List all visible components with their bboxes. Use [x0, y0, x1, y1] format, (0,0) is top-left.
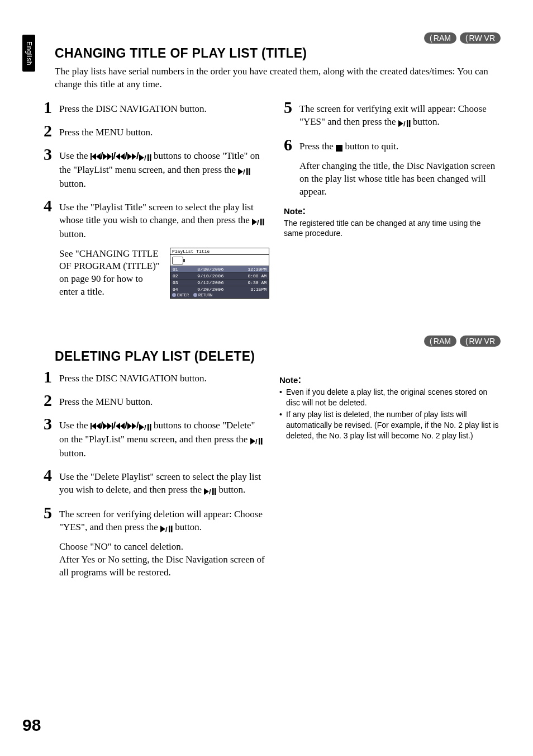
- step-number: 3: [44, 415, 59, 432]
- svg-text:/: /: [257, 219, 259, 225]
- note-item: Even if you delete a play list, the orig…: [279, 387, 501, 408]
- rewind-icon: [116, 423, 125, 429]
- language-tab-label: English: [25, 41, 33, 65]
- step4-text: Use the "Playlist Title" screen to selec…: [59, 197, 269, 241]
- s2-step5-text: The screen for verifying deletion will a…: [59, 504, 265, 579]
- prev-track-icon: [91, 423, 101, 429]
- step-number: 5: [284, 99, 299, 116]
- svg-marker-22: [398, 120, 403, 127]
- note-list: Even if you delete a play list, the orig…: [279, 387, 501, 441]
- s2-step2-text: Press the MENU button.: [59, 392, 265, 409]
- see-reference: See "CHANGING TITLE OF PROGRAM (TITLE)" …: [59, 248, 160, 299]
- ui-footer: ENTER RETURN: [170, 292, 269, 298]
- play-pause-icon: /: [250, 434, 263, 447]
- step-number: 4: [44, 197, 59, 214]
- ffwd-icon: [127, 153, 136, 160]
- svg-rect-24: [407, 120, 408, 127]
- svg-marker-14: [238, 168, 243, 175]
- step6-text: Press the button to quit. After changing…: [299, 136, 501, 199]
- svg-marker-33: [116, 423, 120, 429]
- step-number: 6: [284, 136, 299, 153]
- play-pause-icon: /: [139, 420, 151, 433]
- svg-marker-18: [252, 219, 257, 225]
- svg-marker-4: [107, 153, 112, 160]
- camera-icon: [172, 257, 183, 264]
- svg-marker-8: [127, 153, 132, 160]
- ui-row: 039/12/20069:30 AM: [170, 279, 269, 286]
- play-pause-icon: /: [204, 485, 216, 498]
- svg-marker-10: [139, 154, 144, 161]
- note-item: If any play list is deleted, the number …: [279, 409, 501, 441]
- step2-text: Press the MENU button.: [59, 122, 269, 139]
- svg-rect-27: [91, 423, 92, 429]
- svg-marker-9: [132, 153, 136, 160]
- badge-ram: (RAM: [424, 32, 456, 44]
- note-heading: Note:: [279, 374, 501, 386]
- svg-marker-35: [127, 423, 132, 429]
- step-number: 1: [44, 99, 59, 116]
- svg-text:/: /: [209, 488, 211, 495]
- s2-step1-text: Press the DISC NAVIGATION button.: [59, 368, 265, 385]
- svg-marker-3: [103, 153, 107, 160]
- language-tab: English: [22, 35, 35, 72]
- svg-rect-26: [336, 145, 342, 152]
- step-number: 5: [44, 504, 59, 521]
- next-track-icon: [103, 423, 113, 429]
- svg-marker-30: [103, 423, 107, 429]
- svg-marker-1: [92, 153, 96, 160]
- svg-rect-43: [259, 438, 260, 445]
- svg-marker-6: [116, 153, 120, 160]
- step-number: 4: [44, 467, 59, 484]
- step6-after: After changing the title, the Disc Navig…: [299, 160, 501, 199]
- step3-text: Use the ///// buttons to choose "Title" …: [59, 146, 269, 191]
- svg-rect-0: [91, 153, 92, 160]
- svg-text:/: /: [144, 424, 146, 431]
- play-pause-icon: /: [398, 117, 411, 130]
- svg-text:/: /: [144, 154, 146, 161]
- step1-text: Press the DISC NAVIGATION button.: [59, 99, 269, 116]
- badge-ram: (RAM: [424, 336, 456, 347]
- play-pause-icon: /: [238, 165, 250, 178]
- svg-marker-37: [139, 424, 144, 431]
- svg-rect-16: [246, 168, 248, 175]
- media-badges-mid: (RAM (RW VR: [44, 336, 501, 347]
- playlist-title-screenshot: PlayList Title 018/30/200612:30PM 029/10…: [170, 248, 269, 299]
- ui-row: 049/20/20063:15PM: [170, 286, 269, 292]
- svg-rect-20: [260, 219, 262, 225]
- ui-row: 029/10/20068:00 AM: [170, 272, 269, 279]
- ui-titlebar: PlayList Title: [170, 248, 269, 255]
- page-number: 98: [22, 716, 41, 735]
- note-heading: Note:: [284, 205, 501, 217]
- ffwd-icon: [127, 423, 136, 429]
- svg-rect-5: [112, 153, 113, 160]
- s2-step5-extra1: Choose "NO" to cancel deletion.: [59, 541, 265, 554]
- section2-title: DELETING PLAY LIST (DELETE): [55, 349, 501, 364]
- svg-text:/: /: [403, 120, 406, 127]
- svg-rect-39: [147, 424, 149, 431]
- s2-step3-text: Use the ///// buttons to choose "Delete"…: [59, 415, 265, 460]
- step-number: 3: [44, 146, 59, 163]
- note-body: The registered title can be changed at a…: [284, 218, 501, 239]
- svg-marker-28: [92, 423, 96, 429]
- svg-marker-7: [120, 153, 125, 160]
- svg-marker-31: [107, 423, 112, 429]
- step-number: 2: [44, 392, 59, 409]
- rewind-icon: [116, 153, 125, 160]
- step-number: 1: [44, 368, 59, 385]
- svg-rect-44: [261, 438, 263, 445]
- svg-marker-34: [120, 423, 125, 429]
- svg-text:/: /: [165, 526, 168, 532]
- svg-text:/: /: [255, 438, 258, 445]
- step5-text: The screen for verifying exit will appea…: [299, 99, 501, 130]
- svg-rect-32: [112, 423, 113, 429]
- svg-rect-51: [169, 526, 170, 532]
- next-track-icon: [103, 153, 113, 160]
- svg-rect-12: [147, 154, 149, 161]
- svg-marker-41: [250, 438, 255, 445]
- svg-marker-36: [132, 423, 136, 429]
- media-badges-top: (RAM (RW VR: [44, 32, 501, 44]
- play-pause-icon: /: [252, 215, 264, 228]
- svg-rect-17: [249, 168, 250, 175]
- prev-track-icon: [91, 153, 101, 160]
- badge-rwvr: (RW VR: [460, 32, 501, 44]
